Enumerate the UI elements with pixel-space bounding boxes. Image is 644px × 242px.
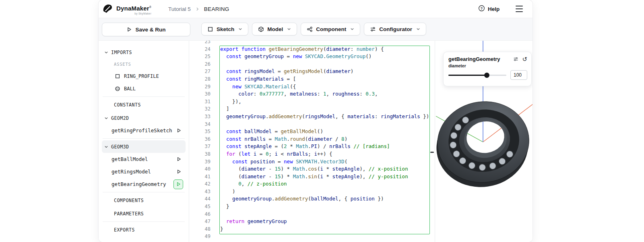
sidebar-item-getballmodel[interactable]: getBallModel xyxy=(102,153,186,165)
configurator-icon xyxy=(370,26,376,32)
diameter-slider-thumb[interactable] xyxy=(484,73,489,78)
code-line[interactable]: 47 return geometryGroup xyxy=(192,218,435,225)
menu-configurator[interactable]: Configurator xyxy=(364,23,426,35)
line-number: 44 xyxy=(192,195,220,203)
code-line[interactable]: 38 for (let i = 0; i < nrBalls; i++) { xyxy=(192,150,435,158)
brand[interactable]: DynaMaker® by SkyMaker xyxy=(102,3,151,16)
line-number: 42 xyxy=(192,180,220,188)
code-editor[interactable]: 2324export function getBearingGeometry(d… xyxy=(192,40,435,242)
code-line[interactable]: 40 (diameter - 15) * Math.cos(i * stepAn… xyxy=(192,165,435,173)
run-function-button[interactable] xyxy=(173,179,183,189)
sidebar-tree: IMPORTSASSETSRING_PROFILEBALLCONSTANTSGE… xyxy=(99,40,189,242)
sidebar-item-assets[interactable]: ASSETS xyxy=(102,58,186,70)
menu-model[interactable]: Model xyxy=(252,23,297,35)
svg-text:?: ? xyxy=(481,6,483,10)
dynamaker-logo xyxy=(102,3,114,16)
code-line[interactable]: 28 const ringMaterials = [ xyxy=(192,75,435,83)
hamburger-menu-icon[interactable] xyxy=(516,6,523,12)
reset-icon[interactable]: ↺ xyxy=(522,56,527,62)
square-icon xyxy=(115,73,120,79)
code-line[interactable]: 34 xyxy=(192,121,435,128)
code-line[interactable]: 39 const position = new SKYMATH.Vector3D… xyxy=(192,158,435,166)
parameter-label: diameter xyxy=(444,62,531,68)
run-function-button[interactable] xyxy=(174,167,183,176)
breadcrumb-separator-icon xyxy=(195,7,200,11)
run-function-button[interactable] xyxy=(174,155,183,164)
sidebar-item-exports[interactable]: EXPORTS xyxy=(102,223,186,236)
line-number: 30 xyxy=(192,90,220,98)
sidebar-item-getringprofilesketch[interactable]: getRingProfileSketch xyxy=(102,124,186,137)
save-and-run-label: Save & Run xyxy=(135,27,165,33)
code-line[interactable]: 32 ] xyxy=(192,105,435,113)
sidebar-item-ball[interactable]: BALL xyxy=(102,82,186,95)
sidebar-item-parameters[interactable]: PARAMETERS xyxy=(102,207,186,220)
code-line[interactable]: 49 xyxy=(192,233,435,240)
panel-resize-handle[interactable] xyxy=(430,152,434,153)
run-function-button[interactable] xyxy=(174,126,183,135)
sidebar-item-geom3d[interactable]: GEOM3D xyxy=(102,140,186,153)
line-number: 35 xyxy=(192,128,220,136)
code-line[interactable]: 42 0, // z-position xyxy=(192,180,435,188)
component-icon xyxy=(307,26,313,32)
panel-title: getBearingGeometry xyxy=(448,56,510,62)
code-line[interactable]: 26 xyxy=(192,60,435,68)
code-line[interactable]: 33 geometryGroup.addGeometry(ringsModel,… xyxy=(192,113,435,121)
diameter-input[interactable] xyxy=(510,70,527,80)
chevron-down-icon xyxy=(287,27,291,31)
diameter-slider[interactable] xyxy=(448,72,506,78)
line-number: 40 xyxy=(192,165,220,173)
line-number: 28 xyxy=(192,75,220,83)
code-line[interactable]: 46 xyxy=(192,211,435,218)
code-line[interactable]: 45 } xyxy=(192,203,435,211)
sidebar-item-constants[interactable]: CONSTANTS xyxy=(102,98,186,111)
sidebar-item-imports[interactable]: IMPORTS xyxy=(102,46,186,58)
line-number: 47 xyxy=(192,218,220,225)
code-line[interactable]: 30 color: 0x777777, metalness: 1, roughn… xyxy=(192,90,435,98)
line-number: 46 xyxy=(192,211,220,218)
save-and-run-button[interactable]: Save & Run xyxy=(102,23,190,36)
line-number: 25 xyxy=(192,53,220,60)
code-line[interactable]: 36 const nrBalls = Math.round(diameter /… xyxy=(192,136,435,143)
settings-icon[interactable] xyxy=(513,56,518,62)
brand-name: DynaMaker® xyxy=(116,4,151,12)
sidebar-item-geom2d[interactable]: GEOM2D xyxy=(102,112,186,124)
breadcrumb-current: BEARING xyxy=(204,6,229,12)
code-line[interactable]: 25 const geometryGroup = new SKYCAD.Geom… xyxy=(192,53,435,60)
3d-viewport[interactable]: getBearingGeometry ↺ diameter xyxy=(435,40,533,242)
menu-component[interactable]: Component xyxy=(301,23,360,35)
code-line[interactable]: 31 }), xyxy=(192,98,435,106)
code-line[interactable]: 37 const stepAngle = (2 * Math.PI) / nrB… xyxy=(192,143,435,150)
menu-sketch[interactable]: Sketch xyxy=(201,23,248,35)
line-number: 36 xyxy=(192,136,220,143)
sidebar-divider xyxy=(103,221,185,222)
line-number: 33 xyxy=(192,113,220,121)
line-number: 31 xyxy=(192,98,220,106)
code-line[interactable]: 43 ) xyxy=(192,188,435,196)
sidebar-item-components[interactable]: COMPONENTS xyxy=(102,194,186,207)
code-line[interactable]: 35 const ballModel = getBallModel() xyxy=(192,128,435,136)
bearing-model xyxy=(435,96,533,193)
line-number: 32 xyxy=(192,105,220,113)
code-line[interactable]: 41 (diameter - 15) * Math.sin(i * stepAn… xyxy=(192,173,435,181)
help-icon: ? xyxy=(478,5,485,13)
line-number: 45 xyxy=(192,203,220,211)
chevron-down-icon xyxy=(238,27,242,31)
code-line[interactable]: 29 new SKYCAD.Material({ xyxy=(192,83,435,91)
line-number: 38 xyxy=(192,150,220,158)
breadcrumb-project[interactable]: Tutorial 5 xyxy=(168,6,191,12)
code-line[interactable]: 44 geometryGroup.addGeometry(ballModel, … xyxy=(192,195,435,203)
code-line[interactable]: 27 const ringsModel = getRingsModel(diam… xyxy=(192,68,435,75)
sidebar-item-getringsmodel[interactable]: getRingsModel xyxy=(102,165,186,178)
line-number: 49 xyxy=(192,233,220,240)
help-button[interactable]: ? Help xyxy=(478,0,500,18)
code-line[interactable]: 48} xyxy=(192,225,435,233)
model-icon xyxy=(258,26,264,32)
breadcrumb: Tutorial 5 BEARING xyxy=(168,0,229,18)
configurator-panel: getBearingGeometry ↺ diameter xyxy=(443,52,532,86)
sidebar-item-getbearinggeometry[interactable]: getBearingGeometry xyxy=(102,178,186,190)
sidebar-item-ring-profile[interactable]: RING_PROFILE xyxy=(102,70,186,82)
code-line[interactable]: 24export function getBearingGeometry(dia… xyxy=(192,46,435,53)
line-number: 24 xyxy=(192,46,220,53)
code-line[interactable]: 23 xyxy=(192,40,435,46)
sketch-icon xyxy=(207,26,213,32)
